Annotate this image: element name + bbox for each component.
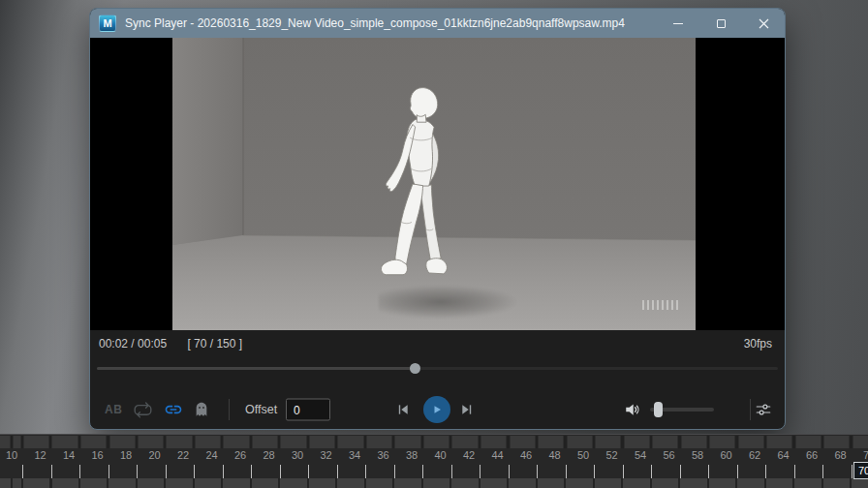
close-icon <box>759 18 769 29</box>
ruler-label: 54 <box>635 449 646 461</box>
ruler-label: 24 <box>205 449 217 461</box>
ruler-cells-strip <box>0 436 868 448</box>
ruler-tick <box>680 465 681 478</box>
speaker-icon <box>624 401 641 418</box>
ruler-tick <box>394 465 395 478</box>
ruler-tick <box>251 465 252 478</box>
ab-loop-button[interactable]: AB <box>105 403 122 416</box>
ruler-label: 20 <box>148 449 160 461</box>
ruler-label: 12 <box>34 449 46 461</box>
ruler-label: 14 <box>63 449 75 461</box>
ruler-bottom-strip <box>0 478 868 488</box>
ruler-tick <box>509 465 510 478</box>
ruler-tick <box>708 465 709 478</box>
sync-link-button[interactable] <box>164 400 183 419</box>
ruler-tick <box>765 465 766 478</box>
ruler-tick <box>480 465 480 478</box>
video-watermark <box>642 300 679 310</box>
ruler-label: 16 <box>91 449 103 461</box>
minimize-icon <box>673 23 683 24</box>
ruler-label: 58 <box>692 449 703 461</box>
ruler-tick <box>280 465 281 478</box>
ruler-tick <box>194 465 195 478</box>
next-frame-button[interactable] <box>460 403 474 416</box>
seek-bar[interactable] <box>97 361 778 375</box>
repeat-button[interactable] <box>133 401 153 418</box>
frame-ruler-ticks <box>0 464 868 479</box>
current-frame-indicator: 70 <box>853 462 868 479</box>
ruler-tick <box>365 465 366 478</box>
player-controls: AB Offset <box>90 388 785 430</box>
seek-handle[interactable] <box>410 363 420 374</box>
ruler-tick <box>566 465 567 478</box>
ruler-tick <box>623 465 624 478</box>
ruler-label: 50 <box>577 449 589 461</box>
playback-info-row: 00:02 / 00:05 [ 70 / 150 ] 30fps <box>99 337 772 352</box>
previous-frame-icon <box>396 403 410 416</box>
ruler-tick <box>451 465 452 478</box>
previous-frame-button[interactable] <box>396 403 410 416</box>
ruler-label: 66 <box>806 449 818 461</box>
ruler-label: 26 <box>234 449 246 461</box>
divider <box>750 399 751 420</box>
ruler-label: 40 <box>434 449 446 461</box>
ruler-label: 42 <box>463 449 475 461</box>
volume-slider[interactable] <box>650 403 714 416</box>
titlebar[interactable]: M Sync Player - 20260316_1829_New Video_… <box>90 9 785 38</box>
ruler-tick <box>166 465 167 478</box>
fps-label: 30fps <box>744 337 772 352</box>
ghost-onion-skin-button[interactable] <box>194 401 209 418</box>
close-button[interactable] <box>742 9 785 38</box>
ruler-label: 48 <box>548 449 560 461</box>
window-title: Sync Player - 20260316_1829_New Video_si… <box>125 16 657 30</box>
ruler-tick <box>308 465 309 478</box>
ruler-label: 62 <box>749 449 760 461</box>
maximize-icon <box>717 19 726 28</box>
play-icon <box>431 404 443 415</box>
maximize-button[interactable] <box>699 9 742 38</box>
ruler-tick <box>822 465 823 478</box>
repeat-icon <box>133 401 153 418</box>
frame-ruler[interactable]: 1012141618202224262830323436384042444648… <box>0 434 868 488</box>
ruler-label: 28 <box>263 449 274 461</box>
ruler-label: 56 <box>663 449 674 461</box>
ruler-label: 30 <box>292 449 303 461</box>
ruler-label: 18 <box>120 449 132 461</box>
link-icon <box>164 400 183 419</box>
sync-player-window: M Sync Player - 20260316_1829_New Video_… <box>89 8 786 430</box>
offset-label: Offset <box>245 403 277 416</box>
settings-button[interactable] <box>755 401 772 418</box>
ruler-tick <box>737 465 738 478</box>
ruler-label: 46 <box>520 449 532 461</box>
video-frame <box>172 38 696 330</box>
ghost-icon <box>194 401 209 418</box>
ruler-tick <box>79 465 80 478</box>
walking-character <box>372 82 458 298</box>
ruler-tick <box>537 465 538 478</box>
ruler-label: 38 <box>406 449 418 461</box>
play-button[interactable] <box>423 396 450 423</box>
ruler-tick <box>223 465 224 478</box>
ruler-tick <box>108 465 109 478</box>
ruler-label: 70 <box>863 449 868 461</box>
ruler-tick <box>794 465 795 478</box>
ruler-tick <box>422 465 423 478</box>
mute-button[interactable] <box>624 401 641 418</box>
ruler-label: 64 <box>777 449 789 461</box>
volume-handle[interactable] <box>654 402 663 417</box>
window-controls <box>657 9 785 38</box>
minimize-button[interactable] <box>657 9 699 38</box>
ruler-label: 32 <box>320 449 331 461</box>
time-display-group: 00:02 / 00:05 [ 70 / 150 ] <box>99 337 260 352</box>
ruler-tick <box>337 465 338 478</box>
ruler-tick <box>22 465 23 478</box>
ruler-tick <box>852 465 852 478</box>
time-display: 00:02 / 00:05 <box>99 337 167 351</box>
frame-display: [ 70 / 150 ] <box>187 337 242 351</box>
frame-ruler-labels: 1012141618202224262830323436384042444648… <box>0 448 868 464</box>
ruler-label: 60 <box>720 449 731 461</box>
tune-icon <box>755 401 772 418</box>
ruler-tick <box>51 465 52 478</box>
offset-input[interactable] <box>286 399 330 421</box>
ruler-label: 68 <box>834 449 846 461</box>
